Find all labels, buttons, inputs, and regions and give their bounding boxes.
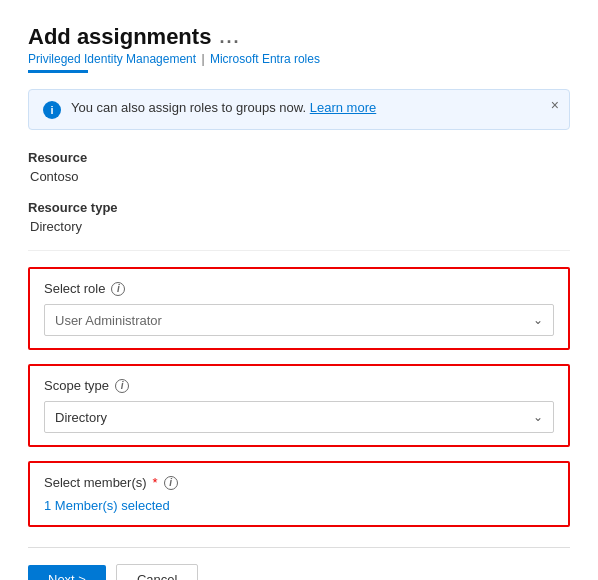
page-title: Add assignments ... xyxy=(28,24,570,50)
select-role-label: Select role xyxy=(44,281,105,296)
footer-buttons: Next > Cancel xyxy=(28,564,570,580)
selected-members-link[interactable]: 1 Member(s) selected xyxy=(44,498,170,513)
resource-type-field-group: Resource type Directory xyxy=(28,200,570,234)
info-banner-text: You can also assign roles to groups now.… xyxy=(71,100,555,115)
resource-field-group: Resource Contoso xyxy=(28,150,570,184)
breadcrumb-part2[interactable]: Microsoft Entra roles xyxy=(210,52,320,66)
select-role-placeholder: User Administrator xyxy=(55,313,162,328)
next-button[interactable]: Next > xyxy=(28,565,106,580)
scope-type-dropdown[interactable]: Directory ⌄ xyxy=(44,401,554,433)
select-role-tooltip-icon[interactable]: i xyxy=(111,282,125,296)
section-divider-1 xyxy=(28,250,570,251)
breadcrumb-divider: | xyxy=(201,52,204,66)
title-text: Add assignments xyxy=(28,24,211,50)
select-members-label-group: Select member(s) * i xyxy=(44,475,554,490)
info-banner-message: You can also assign roles to groups now. xyxy=(71,100,306,115)
footer-divider xyxy=(28,547,570,548)
resource-type-label: Resource type xyxy=(28,200,570,215)
scope-type-label-group: Scope type i xyxy=(44,378,554,393)
learn-more-link[interactable]: Learn more xyxy=(310,100,376,115)
info-banner: i You can also assign roles to groups no… xyxy=(28,89,570,130)
select-members-section: Select member(s) * i 1 Member(s) selecte… xyxy=(28,461,570,527)
select-members-label: Select member(s) xyxy=(44,475,147,490)
breadcrumb: Privileged Identity Management | Microso… xyxy=(28,52,570,66)
scope-type-tooltip-icon[interactable]: i xyxy=(115,379,129,393)
info-icon: i xyxy=(43,101,61,119)
breadcrumb-part1[interactable]: Privileged Identity Management xyxy=(28,52,196,66)
scope-type-section: Scope type i Directory ⌄ xyxy=(28,364,570,447)
ellipsis-menu[interactable]: ... xyxy=(219,27,240,48)
title-underline xyxy=(28,70,88,73)
resource-type-value: Directory xyxy=(30,219,570,234)
close-banner-button[interactable]: × xyxy=(551,98,559,112)
select-members-tooltip-icon[interactable]: i xyxy=(164,476,178,490)
cancel-button[interactable]: Cancel xyxy=(116,564,198,580)
select-role-dropdown[interactable]: User Administrator ⌄ xyxy=(44,304,554,336)
scope-type-value: Directory xyxy=(55,410,107,425)
select-role-label-group: Select role i xyxy=(44,281,554,296)
scope-type-arrow-icon: ⌄ xyxy=(533,410,543,424)
resource-value: Contoso xyxy=(30,169,570,184)
select-role-section: Select role i User Administrator ⌄ xyxy=(28,267,570,350)
required-star: * xyxy=(153,475,158,490)
resource-label: Resource xyxy=(28,150,570,165)
select-role-arrow-icon: ⌄ xyxy=(533,313,543,327)
scope-type-label: Scope type xyxy=(44,378,109,393)
